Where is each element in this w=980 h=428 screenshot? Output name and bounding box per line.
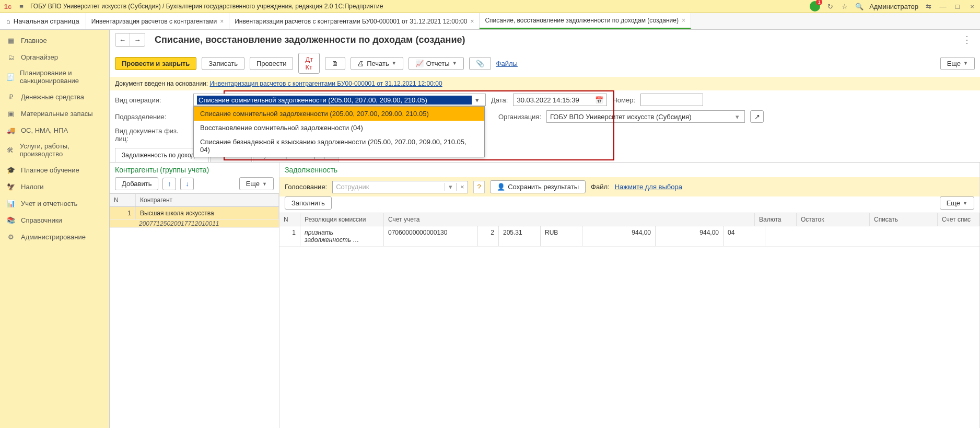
org-label: Организация:	[498, 113, 541, 121]
history-icon[interactable]: ↻	[825, 2, 835, 11]
sidebar-item-taxes[interactable]: 🦅Налоги	[0, 178, 109, 195]
tab-writeoff-doc[interactable]: Списание, восстановление задолженности п…	[480, 13, 691, 29]
org-input[interactable]: ГОБУ ВПО Университет искусств (Субсидия)…	[546, 110, 745, 123]
nav-back-button[interactable]: ←	[115, 33, 130, 46]
ruble-icon: ₽	[6, 92, 16, 101]
chevron-down-icon[interactable]: ▾	[472, 96, 482, 104]
sidebar-item-accounting[interactable]: 📊Учет и отчетность	[0, 195, 109, 212]
debt-title: Задолженность	[279, 163, 979, 177]
op-option-1[interactable]: Списание сомнительной задолженности (205…	[194, 107, 484, 121]
tab-inventory-list[interactable]: Инвентаризация расчетов с контрагентами …	[86, 13, 230, 29]
clipboard-icon: 🗂	[6, 52, 16, 62]
sidebar-item-money[interactable]: ₽Денежные средства	[0, 88, 109, 105]
add-button[interactable]: Добавить	[115, 177, 158, 190]
close-icon[interactable]: ×	[470, 18, 474, 25]
close-window-icon[interactable]: ×	[967, 2, 977, 11]
sidebar-item-catalogs[interactable]: 📚Справочники	[0, 212, 109, 228]
open-org-button[interactable]: ↗	[750, 110, 764, 123]
operation-type-select[interactable]: Списание сомнительной задолженности (205…	[193, 94, 486, 106]
main-sidebar: ▦Главное 🗂Органайзер 🧾Планирование и сан…	[0, 30, 110, 428]
operation-type-value: Списание сомнительной задолженности (205…	[197, 96, 472, 105]
post-close-button[interactable]: Провести и закрыть	[115, 57, 196, 70]
basis-link[interactable]: Инвентаризация расчетов с контрагентами …	[209, 80, 442, 87]
graduation-icon: 🎓	[6, 165, 16, 175]
post-button[interactable]: Провести	[250, 57, 294, 70]
home-icon: ⌂	[6, 17, 10, 25]
date-input[interactable]: 30.03.2022 14:15:39📅	[513, 94, 607, 106]
save-results-button[interactable]: 👤Сохранить результаты	[490, 180, 586, 193]
date-label: Дата:	[491, 96, 508, 104]
star-icon[interactable]: ☆	[840, 2, 849, 11]
vote-label: Голосование:	[285, 183, 327, 191]
sidebar-item-assets[interactable]: 🚚ОС, НМА, НПА	[0, 122, 109, 138]
search-icon[interactable]: 🔍	[855, 2, 864, 11]
table-row-sub: 20077125020017712010011	[110, 220, 279, 228]
col-currency: Валюта	[755, 213, 797, 226]
home-tab[interactable]: ⌂ Начальная страница	[0, 13, 86, 29]
files-link[interactable]: Файлы	[496, 60, 518, 67]
tab-label: Списание, восстановление задолженности п…	[485, 17, 679, 24]
op-option-2[interactable]: Восстановление сомнительной задолженност…	[194, 121, 484, 135]
tab-label: Инвентаризация расчетов с контрагентами …	[235, 18, 467, 25]
employee-placeholder: Сотрудник	[333, 183, 445, 191]
calendar-icon[interactable]: 📅	[595, 96, 603, 104]
table-row[interactable]: 1 Высшая школа искусства	[110, 207, 279, 220]
page-title: Списание, восстановление задолженности п…	[155, 34, 465, 45]
home-tab-label: Начальная страница	[14, 17, 79, 25]
clear-icon[interactable]: ×	[456, 183, 468, 191]
nav-fwd-button[interactable]: →	[130, 33, 145, 46]
chart-icon: 📈	[415, 60, 424, 67]
sidebar-item-main[interactable]: ▦Главное	[0, 32, 109, 49]
more-button[interactable]: Еще ▼	[940, 57, 975, 70]
reports-button[interactable]: 📈Отчеты▼	[409, 57, 464, 70]
truck-icon: 🚚	[6, 125, 16, 135]
col-n: N	[279, 213, 300, 226]
more-button[interactable]: Еще ▼	[239, 177, 274, 190]
move-up-button[interactable]: ↑	[162, 178, 176, 190]
tab-inventory-doc[interactable]: Инвентаризация расчетов с контрагентами …	[229, 13, 480, 29]
write-button[interactable]: Записать	[202, 57, 244, 70]
minimize-icon[interactable]: —	[938, 2, 948, 11]
sidebar-item-admin[interactable]: ⚙Администрирование	[0, 228, 109, 245]
notification-badge: 1	[816, 0, 822, 5]
maximize-icon[interactable]: □	[953, 2, 962, 11]
more-button[interactable]: Еще ▼	[940, 196, 974, 210]
fill-button[interactable]: Заполнить	[285, 196, 332, 210]
close-icon[interactable]: ×	[682, 17, 685, 24]
notification-bell-icon[interactable]: 1	[810, 1, 820, 11]
form-icon-button[interactable]: 🗎	[325, 57, 345, 70]
sidebar-item-materials[interactable]: ▣Материальные запасы	[0, 105, 109, 122]
printer-icon: 🖨	[357, 60, 364, 67]
settings-icon[interactable]: ⇆	[924, 2, 933, 11]
fiz-label: Вид документа физ. лиц:	[115, 127, 188, 143]
table-row[interactable]: 1 признать задолженность … 0706000000000…	[279, 226, 979, 247]
contractors-pane: Контрагенты (группы учета) Добавить ↑ ↓ …	[110, 163, 279, 428]
attach-button[interactable]: 📎	[469, 57, 491, 70]
print-button[interactable]: 🖨Печать▼	[351, 57, 403, 70]
chevron-down-icon: ▼	[392, 61, 396, 66]
op-option-3[interactable]: Списание безнадежной к взысканию задолже…	[194, 135, 484, 157]
col-account: Счет учета	[384, 213, 755, 226]
help-icon[interactable]: ?	[473, 181, 485, 193]
dk-button[interactable]: ДтКт	[298, 53, 320, 74]
employee-input[interactable]: Сотрудник ▾ ×	[332, 181, 468, 193]
user-label[interactable]: Администратор	[869, 3, 918, 10]
chevron-down-icon[interactable]: ▾	[733, 113, 741, 121]
app-logo-icon: 1c	[3, 2, 13, 11]
kebab-icon[interactable]: ⋮	[959, 34, 975, 45]
chevron-down-icon[interactable]: ▾	[445, 183, 456, 191]
plan-icon: 🧾	[6, 72, 15, 82]
sidebar-item-organizer[interactable]: 🗂Органайзер	[0, 49, 109, 65]
file-label: Файл:	[591, 183, 610, 191]
sidebar-item-services[interactable]: 🛠Услуги, работы, производство	[0, 138, 109, 161]
close-icon[interactable]: ×	[220, 18, 224, 25]
choose-file-link[interactable]: Нажмите для выбора	[615, 183, 682, 191]
number-input[interactable]	[640, 94, 703, 106]
move-down-button[interactable]: ↓	[180, 178, 194, 190]
sidebar-item-education[interactable]: 🎓Платное обучение	[0, 161, 109, 178]
debt-pane: Задолженность Голосование: Сотрудник ▾ ×…	[279, 163, 980, 428]
burger-icon[interactable]: ≡	[17, 2, 26, 11]
document-tabs: ⌂ Начальная страница Инвентаризация расч…	[0, 13, 980, 30]
chevron-down-icon: ▼	[452, 61, 457, 66]
sidebar-item-planning[interactable]: 🧾Планирование и санкционирование	[0, 65, 109, 88]
